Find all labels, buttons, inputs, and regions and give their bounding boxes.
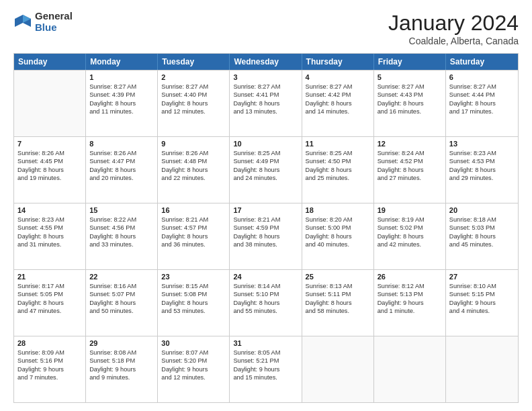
cell-info-line: Sunrise: 8:14 AM xyxy=(233,282,298,290)
day-cell-2: 2Sunrise: 8:27 AMSunset: 4:40 PMDaylight… xyxy=(158,71,230,136)
cell-info-line: and 24 minutes. xyxy=(233,174,298,182)
day-cell-30: 30Sunrise: 8:07 AMSunset: 5:20 PMDayligh… xyxy=(158,336,230,402)
day-cell-28: 28Sunrise: 8:09 AMSunset: 5:16 PMDayligh… xyxy=(14,336,86,402)
day-cell-5: 5Sunrise: 8:27 AMSunset: 4:43 PMDaylight… xyxy=(374,71,446,136)
logo-icon xyxy=(13,13,32,32)
day-number: 19 xyxy=(378,206,442,214)
cell-info-line: Daylight: 8 hours xyxy=(306,99,370,107)
cell-info-line: Sunset: 4:42 PM xyxy=(306,91,370,99)
day-number: 20 xyxy=(449,206,515,214)
cell-info-line: Daylight: 8 hours xyxy=(449,166,515,174)
cell-info-line: Sunrise: 8:27 AM xyxy=(378,83,442,91)
cell-info-line: Sunrise: 8:07 AM xyxy=(161,349,226,357)
day-number: 12 xyxy=(378,140,442,148)
cell-info-line: Sunrise: 8:17 AM xyxy=(17,282,82,290)
week-row-4: 21Sunrise: 8:17 AMSunset: 5:05 PMDayligh… xyxy=(14,269,518,336)
cell-info-line: Sunrise: 8:05 AM xyxy=(233,349,298,357)
cell-info-line: Daylight: 8 hours xyxy=(233,232,298,240)
week-row-1: 1Sunrise: 8:27 AMSunset: 4:39 PMDaylight… xyxy=(14,70,518,136)
cell-info-line: Daylight: 8 hours xyxy=(161,299,226,307)
week-row-5: 28Sunrise: 8:09 AMSunset: 5:16 PMDayligh… xyxy=(14,336,518,402)
cell-info-line: Sunrise: 8:20 AM xyxy=(306,216,370,224)
header-day-tuesday: Tuesday xyxy=(158,54,230,70)
week-row-3: 14Sunrise: 8:23 AMSunset: 4:55 PMDayligh… xyxy=(14,203,518,269)
cell-info-line: Sunset: 4:39 PM xyxy=(89,91,154,99)
cell-info-line: Daylight: 8 hours xyxy=(449,232,515,240)
cell-info-line: and 27 minutes. xyxy=(378,174,442,182)
header-day-thursday: Thursday xyxy=(302,54,374,70)
cell-info-line: Daylight: 8 hours xyxy=(378,166,442,174)
day-number: 23 xyxy=(161,273,226,281)
cell-info-line: Sunrise: 8:23 AM xyxy=(449,149,515,157)
cell-info-line: Sunset: 4:50 PM xyxy=(306,157,370,165)
cell-info-line: Sunrise: 8:21 AM xyxy=(161,216,226,224)
day-cell-20: 20Sunrise: 8:18 AMSunset: 5:03 PMDayligh… xyxy=(446,203,518,269)
day-number: 14 xyxy=(17,206,82,214)
cell-info-line: Sunset: 5:11 PM xyxy=(306,290,370,298)
cell-info-line: Sunrise: 8:13 AM xyxy=(306,282,370,290)
cell-info-line: Sunset: 5:20 PM xyxy=(161,357,226,365)
day-cell-9: 9Sunrise: 8:26 AMSunset: 4:48 PMDaylight… xyxy=(158,137,230,203)
cell-info-line: Daylight: 8 hours xyxy=(449,99,515,107)
cell-info-line: Sunrise: 8:09 AM xyxy=(17,349,82,357)
location: Coaldale, Alberta, Canada xyxy=(388,36,519,46)
day-cell-10: 10Sunrise: 8:25 AMSunset: 4:49 PMDayligh… xyxy=(230,137,302,203)
day-cell-12: 12Sunrise: 8:24 AMSunset: 4:52 PMDayligh… xyxy=(374,137,446,203)
cell-info-line: Sunset: 5:08 PM xyxy=(161,290,226,298)
day-number: 13 xyxy=(449,140,515,148)
cell-info-line: Daylight: 9 hours xyxy=(161,365,226,373)
cell-info-line: and 42 minutes. xyxy=(378,240,442,248)
day-number: 17 xyxy=(233,206,298,214)
day-number: 16 xyxy=(161,206,226,214)
day-number: 3 xyxy=(233,73,298,81)
cell-info-line: Daylight: 8 hours xyxy=(378,232,442,240)
day-cell-17: 17Sunrise: 8:21 AMSunset: 4:59 PMDayligh… xyxy=(230,203,302,269)
day-number: 24 xyxy=(233,273,298,281)
cell-info-line: Sunrise: 8:27 AM xyxy=(306,83,370,91)
cell-info-line: and 25 minutes. xyxy=(306,174,370,182)
cell-info-line: Sunrise: 8:27 AM xyxy=(161,83,226,91)
day-cell-27: 27Sunrise: 8:10 AMSunset: 5:15 PMDayligh… xyxy=(446,270,518,336)
logo-blue-label: Blue xyxy=(35,22,73,34)
cell-info-line: Daylight: 8 hours xyxy=(306,232,370,240)
day-cell-22: 22Sunrise: 8:16 AMSunset: 5:07 PMDayligh… xyxy=(86,270,158,336)
cell-info-line: and 22 minutes. xyxy=(161,174,226,182)
page: General Blue January 2024 Coaldale, Albe… xyxy=(0,0,532,411)
day-number: 27 xyxy=(449,273,515,281)
cell-info-line: Sunset: 5:05 PM xyxy=(17,290,82,298)
cell-info-line: Sunset: 4:43 PM xyxy=(378,91,442,99)
day-cell-15: 15Sunrise: 8:22 AMSunset: 4:56 PMDayligh… xyxy=(86,203,158,269)
empty-cell-4-6 xyxy=(446,336,518,402)
day-number: 9 xyxy=(161,140,226,148)
cell-info-line: Sunrise: 8:12 AM xyxy=(378,282,442,290)
cell-info-line: and 1 minute. xyxy=(378,307,442,315)
day-number: 8 xyxy=(89,140,154,148)
cell-info-line: and 58 minutes. xyxy=(306,307,370,315)
day-number: 30 xyxy=(161,339,226,347)
cell-info-line: and 31 minutes. xyxy=(17,240,82,248)
day-cell-24: 24Sunrise: 8:14 AMSunset: 5:10 PMDayligh… xyxy=(230,270,302,336)
header-day-wednesday: Wednesday xyxy=(230,54,302,70)
cell-info-line: and 50 minutes. xyxy=(89,307,154,315)
cell-info-line: Sunrise: 8:23 AM xyxy=(17,216,82,224)
cell-info-line: Sunset: 4:57 PM xyxy=(161,224,226,232)
day-number: 31 xyxy=(233,339,298,347)
cell-info-line: Daylight: 9 hours xyxy=(378,299,442,307)
title-block: January 2024 Coaldale, Alberta, Canada xyxy=(388,11,519,46)
cell-info-line: Daylight: 9 hours xyxy=(89,365,154,373)
cell-info-line: Sunrise: 8:16 AM xyxy=(89,282,154,290)
day-cell-29: 29Sunrise: 8:08 AMSunset: 5:18 PMDayligh… xyxy=(86,336,158,402)
cell-info-line: Sunrise: 8:27 AM xyxy=(89,83,154,91)
week-row-2: 7Sunrise: 8:26 AMSunset: 4:45 PMDaylight… xyxy=(14,136,518,203)
day-cell-1: 1Sunrise: 8:27 AMSunset: 4:39 PMDaylight… xyxy=(86,71,158,136)
day-number: 7 xyxy=(17,140,82,148)
cell-info-line: and 40 minutes. xyxy=(306,240,370,248)
cell-info-line: Sunset: 5:03 PM xyxy=(449,224,515,232)
cell-info-line: Daylight: 8 hours xyxy=(89,99,154,107)
cell-info-line: Daylight: 8 hours xyxy=(233,299,298,307)
cell-info-line: and 47 minutes. xyxy=(17,307,82,315)
cell-info-line: Sunset: 5:13 PM xyxy=(378,290,442,298)
cell-info-line: Sunset: 5:18 PM xyxy=(89,357,154,365)
cell-info-line: Sunrise: 8:10 AM xyxy=(449,282,515,290)
day-cell-26: 26Sunrise: 8:12 AMSunset: 5:13 PMDayligh… xyxy=(374,270,446,336)
